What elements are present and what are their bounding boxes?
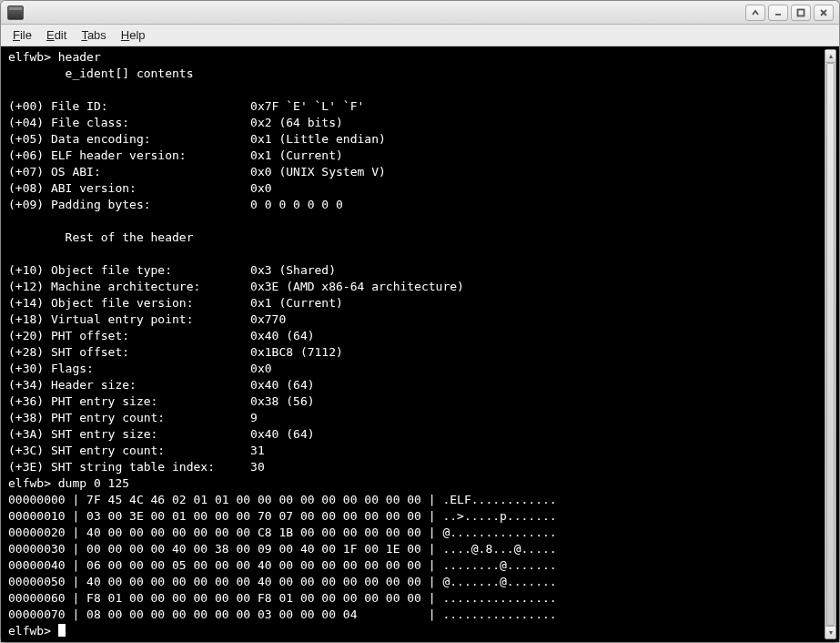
- close-button[interactable]: [814, 5, 834, 21]
- scroll-thumb[interactable]: [826, 63, 835, 626]
- window-controls: [745, 5, 835, 21]
- terminal-area[interactable]: elfwb> header e_ident[] contents (+00) F…: [1, 46, 839, 642]
- menubar: File Edit Tabs Help: [1, 25, 839, 46]
- terminal-output: elfwb> header e_ident[] contents (+00) F…: [8, 49, 839, 639]
- scrollbar[interactable]: ▴ ▾: [825, 49, 836, 639]
- svg-rect-1: [798, 9, 805, 15]
- ontop-button[interactable]: [745, 5, 765, 21]
- titlebar[interactable]: [1, 1, 839, 25]
- maximize-button[interactable]: [791, 5, 811, 21]
- menu-tabs[interactable]: Tabs: [75, 26, 112, 44]
- scroll-up-button[interactable]: ▴: [825, 50, 835, 63]
- minimize-button[interactable]: [768, 5, 788, 21]
- cursor: [58, 624, 66, 637]
- menu-file[interactable]: File: [6, 26, 38, 44]
- terminal-window: File Edit Tabs Help elfwb> header e_iden…: [0, 0, 840, 643]
- menu-help[interactable]: Help: [115, 26, 152, 44]
- scroll-down-button[interactable]: ▾: [825, 626, 835, 638]
- app-icon: [7, 5, 24, 20]
- scroll-track[interactable]: [825, 63, 835, 626]
- menu-edit[interactable]: Edit: [40, 26, 73, 44]
